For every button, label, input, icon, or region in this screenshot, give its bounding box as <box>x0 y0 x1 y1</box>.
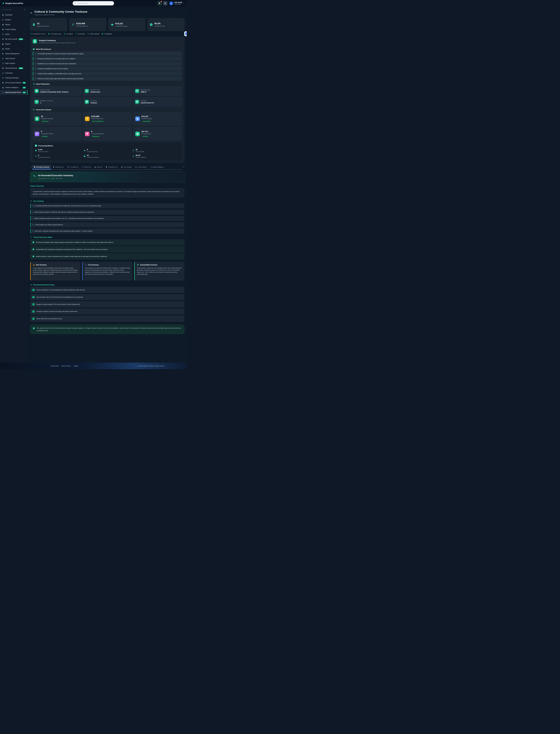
sidebar-item-icon <box>2 24 4 26</box>
sidebar-item[interactable]: Product Catalog <box>0 27 28 32</box>
sidebar-item[interactable]: Training & Education <box>0 75 28 80</box>
brand-name: Nexgile-SourcePilot <box>5 2 23 4</box>
metric-item: 42 Validations Performed <box>84 154 131 158</box>
sidebar-item-label: Projects <box>5 43 23 45</box>
parameter-value: 3 <box>40 102 53 104</box>
floating-help-widget[interactable]: ? <box>184 31 187 36</box>
metrics-title: Processing Metrics <box>38 145 53 147</box>
footer-link[interactable]: Terms of Service <box>61 365 71 367</box>
tabs-scroll-right-icon[interactable] <box>183 166 185 168</box>
tab[interactable]: Executive Summary <box>32 165 51 169</box>
tab[interactable]: AI Insights (5) <box>65 165 80 169</box>
summary-card-text: Project baseline: 126,000 kg CO2e embodi… <box>137 267 182 275</box>
tab[interactable]: Risks (4) <box>93 165 104 169</box>
overview-card: Comprehensive AI-powered material analys… <box>30 188 184 197</box>
tab[interactable]: Materials (32) <box>51 165 65 169</box>
output-label: Processing Time <box>141 133 151 134</box>
output-status-badge: 8 AGENTS <box>141 135 149 137</box>
parameter-icon <box>86 101 88 103</box>
metric-icon <box>35 150 37 151</box>
sidebar-item[interactable]: Analytics <box>0 17 28 22</box>
global-search[interactable] <box>73 1 114 5</box>
tab[interactable]: Audit Trail (64) <box>133 165 148 169</box>
footer-link[interactable]: Support <box>74 365 78 367</box>
sidebar-item[interactable]: Dashboard <box>0 12 28 17</box>
sidebar-item[interactable]: Orders <box>0 32 28 37</box>
stat-label: AI-Identified Savings <box>115 25 128 27</box>
stat-label: Materials Calculated <box>37 25 49 27</box>
chip-text: 42 validations <box>104 33 112 35</box>
nav-section-label: NAVIGATION <box>2 9 12 10</box>
sidebar-item[interactable]: Reports <box>0 22 28 27</box>
tab[interactable]: Market Intelligence <box>148 165 166 169</box>
sidebar-collapse-icon[interactable] <box>24 9 26 10</box>
sidebar-item[interactable]: Team & Access <box>0 56 28 61</box>
tab-icon <box>53 166 54 168</box>
summary-cards-row: Risk Summary 3 active supply chain alert… <box>30 262 184 280</box>
output-tile <box>135 117 140 121</box>
decision-item: Procurement Strategy: Hybrid supplier ap… <box>30 239 184 245</box>
output-label: Identified Savings <box>141 118 152 119</box>
search-input[interactable] <box>77 2 112 4</box>
finding-text: Carbon footprint analysis: 126,000 kg CO… <box>34 211 94 213</box>
brand[interactable]: Nexgile-SourcePilot <box>2 2 23 4</box>
tab-label: Audit Trail (64) <box>138 166 146 168</box>
chip-text: 5 docs retrieved <box>90 33 99 35</box>
metrics-grid: 6,741 Tokens Processed 8 AI Agents Deplo… <box>35 149 180 158</box>
chevron-down-icon <box>25 58 26 59</box>
parameter-tile <box>135 89 139 93</box>
finding-item: Carbon footprint analysis: 126,000 kg CO… <box>30 210 184 215</box>
decision-item: Sustainability Path: Partial green subst… <box>30 246 184 252</box>
parameter-value: Toulouse <box>90 102 97 104</box>
next-step-item: 4 Schedule compliance review for fire sa… <box>30 308 184 314</box>
sidebar-item[interactable]: Quotes <box>0 46 28 51</box>
sidebar-item-label: Virtual Showrooms <box>5 67 17 69</box>
sidebar-item[interactable]: My Lists & Favorites NEW <box>0 37 28 42</box>
panel-subtitle: Comprehensive overview of inputs, output… <box>39 42 75 44</box>
user-menu[interactable]: JS John Smith Administrator <box>169 1 185 5</box>
summary-card: Risk Summary 3 active supply chain alert… <box>30 262 80 280</box>
sidebar-item[interactable]: AI Procurement Optimizer AI <box>0 80 28 85</box>
document-icon <box>34 40 36 43</box>
next-step-item: 1 Review and approve 3 recommended green… <box>30 287 184 293</box>
stat-icon: € <box>71 23 75 26</box>
tabs-bar: Executive Summary Materials (32) AI Insi… <box>30 165 185 169</box>
tab[interactable]: Cost Analysis <box>119 165 133 169</box>
next-step-item: 5 Initiate LEED Silver documentation pro… <box>30 316 184 321</box>
sidebar-item[interactable]: Virtual Showrooms NEW <box>0 66 28 71</box>
sidebar-item[interactable]: Community <box>0 71 28 75</box>
chip-icon <box>87 33 89 35</box>
tab-label: Compliance (5) <box>108 166 117 168</box>
tab-icon <box>82 166 83 168</box>
tab[interactable]: Compliance (5) <box>104 165 119 169</box>
sidebar-item[interactable]: Material Quantity Planner AI <box>0 90 28 95</box>
tabs-scrollbar[interactable] <box>33 169 182 170</box>
confidence-disclaimer: This analysis achieved 95.2% overall con… <box>30 325 184 334</box>
input-icon <box>33 83 35 85</box>
step-text: Issue purchase order for steel reinforce… <box>36 296 83 298</box>
tab-label: Materials (32) <box>55 166 64 168</box>
back-button[interactable] <box>30 12 33 14</box>
tabs-scroll-left-icon[interactable] <box>30 166 32 168</box>
finding-item: LEED Silver certification achievable wit… <box>30 228 184 233</box>
sidebar-item[interactable]: Contract Intelligence AI <box>0 85 28 90</box>
cart-button[interactable] <box>163 1 167 6</box>
notifications-button[interactable]: 2 <box>157 1 162 6</box>
footer-link[interactable]: Privacy Policy <box>51 365 59 367</box>
input-parameter-card: PROJECT NAME Cultural & Community Center… <box>33 86 81 96</box>
parameter-icon <box>36 101 38 103</box>
sidebar-item-label: Delivery Management <box>5 53 23 54</box>
sidebar-nav: Dashboard Analytics <box>0 12 28 95</box>
analysis-summary-panel: Analysis Summary Comprehensive overview … <box>30 37 185 163</box>
output-card: 32 Materials Calculated COMPLETE <box>33 112 81 125</box>
output-card: €14,112 Identified Savings AI-OPTIMIZED <box>133 112 182 125</box>
processing-chip: 30 tool calls <box>75 33 85 35</box>
sidebar-item[interactable]: Delivery Management <box>0 51 28 56</box>
tab[interactable]: Phases (5) <box>80 165 93 169</box>
sidebar-item[interactable]: ? Help & Support <box>0 61 28 66</box>
tabs: Executive Summary Materials (32) AI Insi… <box>32 165 182 169</box>
decision-text: Material Selection: 3 green substitution… <box>36 256 107 257</box>
tab-label: Risks (4) <box>97 166 102 168</box>
input-parameter-card: BUILDING AREA 2,800 m² <box>133 86 182 96</box>
sidebar-item[interactable]: Projects <box>0 42 28 46</box>
